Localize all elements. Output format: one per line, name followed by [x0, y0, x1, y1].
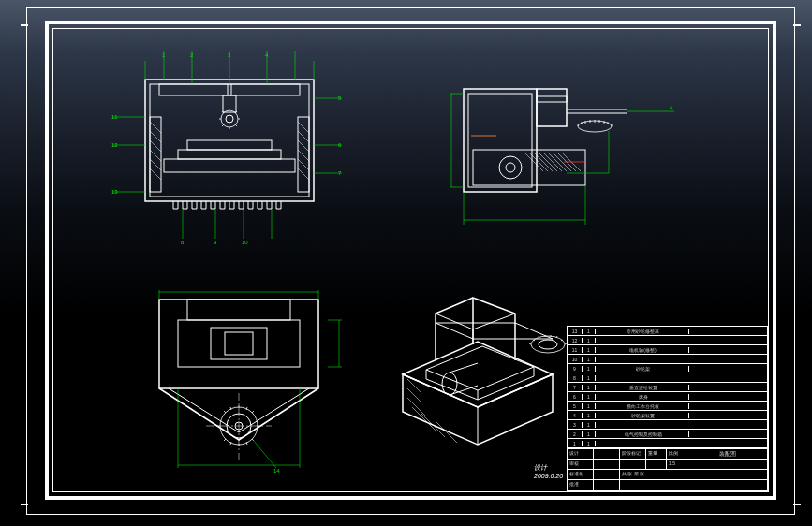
tick-mark [793, 504, 801, 505]
svg-line-25 [150, 168, 161, 180]
svg-line-93 [252, 411, 254, 413]
tick-mark [793, 24, 801, 26]
svg-line-27 [298, 122, 309, 133]
svg-line-22 [150, 140, 161, 152]
bom-row: 31 [568, 420, 767, 430]
svg-line-60 [524, 153, 543, 171]
cad-viewport[interactable]: 1 2 3 4 5 6 7 8 9 10 11 12 13 [0, 0, 812, 526]
callout-label: 3 [228, 52, 231, 58]
bom-row: 131专用砂轮修整器 [568, 327, 767, 336]
svg-line-28 [298, 131, 309, 142]
svg-rect-57 [473, 150, 585, 185]
svg-rect-52 [537, 89, 567, 126]
bom-row: 11 [568, 439, 767, 448]
callout-label: 11 [111, 114, 118, 120]
callout-label: 12 [111, 142, 118, 148]
svg-line-29 [298, 140, 309, 152]
svg-rect-80 [159, 300, 318, 388]
callout-label: 4 [670, 105, 673, 110]
svg-rect-26 [298, 117, 309, 192]
title-block: 131专用砂轮修整器 121 111电机轴(修整) 101 91砂轮架 81 7… [567, 326, 768, 491]
callout-label: 8 [181, 240, 185, 245]
svg-line-98 [230, 442, 231, 445]
svg-line-115 [450, 363, 478, 373]
isometric-view [384, 290, 590, 459]
svg-point-113 [539, 340, 557, 349]
callout-label: 1 [162, 52, 166, 58]
svg-line-30 [298, 150, 309, 161]
svg-point-114 [442, 373, 457, 395]
svg-rect-81 [187, 300, 290, 320]
bom-table: 131专用砂轮修整器 121 111电机轴(修整) 101 91砂轮架 81 7… [568, 327, 767, 448]
svg-point-58 [499, 156, 522, 179]
svg-rect-16 [187, 140, 272, 150]
side-elevation-view: 4 [440, 80, 684, 234]
svg-line-122 [436, 421, 457, 443]
title-info: 设计 阶段标记 重量 比例 装配图 审核 1:5 标准化 共 张 第 张 [568, 448, 767, 490]
svg-line-92 [224, 411, 226, 413]
bom-row: 21电气控制及控制箱 [568, 430, 767, 439]
svg-line-14 [222, 124, 224, 126]
svg-line-21 [150, 131, 161, 142]
svg-rect-50 [464, 89, 537, 192]
bom-row: 101 [568, 355, 767, 364]
svg-line-97 [246, 407, 247, 410]
plan-view: 14 [131, 281, 347, 477]
svg-line-31 [298, 159, 309, 170]
callout-label: 13 [111, 189, 118, 195]
svg-line-121 [421, 414, 445, 437]
callout-label: 9 [214, 240, 217, 245]
svg-rect-17 [178, 150, 281, 159]
bom-row: 91砂轮架 [568, 364, 767, 373]
svg-point-7 [226, 115, 233, 123]
designer-signature: 设计2009.6.20 [534, 463, 563, 479]
svg-line-23 [150, 150, 161, 161]
tick-mark [21, 504, 28, 505]
bom-row: 61床身 [568, 392, 767, 402]
svg-line-118 [407, 388, 421, 402]
svg-line-99 [246, 442, 247, 445]
bom-row: 41砂轮架装置 [568, 411, 767, 420]
svg-line-63 [539, 153, 557, 171]
svg-line-119 [407, 398, 426, 416]
bom-row: 71垂直进给装置 [568, 383, 767, 392]
svg-line-20 [150, 122, 161, 133]
svg-line-64 [543, 153, 562, 171]
svg-line-15 [235, 124, 237, 126]
svg-point-59 [506, 163, 515, 172]
bom-row: 81 [568, 373, 767, 383]
front-elevation-view: 1 2 3 4 5 6 7 8 9 10 11 12 13 [108, 51, 351, 248]
svg-line-111 [253, 440, 276, 468]
svg-line-32 [298, 168, 309, 180]
bom-row: 111电机轴(修整) [568, 345, 767, 355]
callout-label: 14 [273, 468, 280, 474]
bom-row: 51横向工作台托板 [568, 402, 767, 411]
svg-rect-84 [225, 332, 253, 355]
svg-line-96 [230, 407, 231, 410]
callout-label: 2 [190, 52, 194, 58]
tick-mark [21, 24, 28, 26]
svg-line-94 [224, 439, 226, 441]
svg-rect-19 [150, 117, 161, 192]
svg-rect-51 [468, 94, 532, 187]
svg-rect-53 [537, 96, 567, 102]
svg-rect-18 [164, 159, 295, 172]
bom-row: 121 [568, 336, 767, 345]
svg-line-120 [412, 407, 436, 431]
callout-label: 4 [265, 52, 269, 58]
svg-rect-2 [159, 84, 300, 95]
svg-line-24 [150, 159, 161, 170]
callout-label: 10 [242, 240, 248, 245]
